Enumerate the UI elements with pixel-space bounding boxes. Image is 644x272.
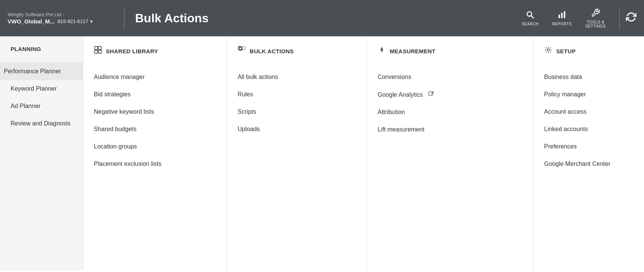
header-left-divider — [124, 7, 124, 29]
shared-library-header: SHARED LIBRARY — [94, 46, 227, 58]
header-icon-group: SEARCH REPORTS TOOLS &SETTINGS — [522, 8, 606, 28]
planning-column: PLANNING Performance Planner Keyword Pla… — [0, 37, 83, 270]
reports-button[interactable]: REPORTS — [552, 10, 572, 26]
svg-rect-2 — [558, 15, 560, 18]
menu-area: PLANNING Performance Planner Keyword Pla… — [0, 36, 644, 270]
sidebar-item-review-diagnosis[interactable]: Review and Diagnosis — [11, 115, 83, 132]
sidebar-item-performance-planner[interactable]: Performance Planner — [0, 63, 83, 80]
bulk-actions-title: BULK ACTIONS — [250, 48, 294, 54]
svg-rect-7 — [95, 50, 98, 53]
header-right-divider — [619, 7, 620, 29]
menu-item-uploads[interactable]: Uploads — [238, 121, 367, 138]
setup-icon — [544, 46, 552, 56]
svg-rect-6 — [98, 46, 101, 49]
menu-item-google-analytics[interactable]: Google Analytics — [378, 86, 533, 104]
company-label: Wingify Software Pvt Ltd — [8, 12, 61, 17]
menu-item-google-merchant[interactable]: Google Merchant Center — [544, 155, 644, 173]
breadcrumb-chevron: › — [63, 12, 64, 17]
company-name[interactable]: Wingify Software Pvt Ltd › — [8, 12, 114, 17]
setup-title: SETUP — [556, 48, 576, 54]
menu-item-linked-accounts[interactable]: Linked accounts — [544, 121, 644, 138]
menu-item-shared-budgets[interactable]: Shared budgets — [94, 121, 227, 138]
menu-item-all-bulk-actions[interactable]: All bulk actions — [238, 68, 367, 86]
page-title: Bulk Actions — [135, 11, 522, 25]
svg-rect-10 — [242, 46, 245, 49]
account-phone[interactable]: 815-921-6117 ▼ — [58, 19, 93, 24]
svg-rect-12 — [381, 49, 383, 51]
bulk-actions-icon — [238, 46, 246, 56]
search-button[interactable]: SEARCH — [522, 10, 539, 26]
menu-item-lift-measurement[interactable]: Lift measurement — [378, 121, 533, 138]
menu-item-preferences[interactable]: Preferences — [544, 138, 644, 155]
account-info: Wingify Software Pvt Ltd › VWO_Global_M.… — [8, 12, 114, 25]
svg-rect-13 — [429, 92, 432, 96]
sidebar-item-ad-planner[interactable]: Ad Planner — [11, 97, 83, 115]
svg-rect-8 — [98, 50, 101, 53]
menu-item-location-groups[interactable]: Location groups — [94, 138, 227, 155]
measurement-title: MEASUREMENT — [390, 48, 436, 54]
menu-item-policy-manager[interactable]: Policy manager — [544, 86, 644, 103]
top-header: Wingify Software Pvt Ltd › VWO_Global_M.… — [0, 0, 644, 36]
shared-library-column: SHARED LIBRARY Audience manager Bid stra… — [83, 37, 227, 270]
planning-header: PLANNING — [11, 46, 83, 52]
menu-item-rules[interactable]: Rules — [238, 86, 367, 103]
reports-icon — [557, 10, 566, 21]
shared-library-icon — [94, 46, 102, 56]
svg-point-14 — [547, 49, 549, 51]
reports-label: REPORTS — [552, 22, 572, 26]
menu-item-placement-exclusion-lists[interactable]: Placement exclusion lists — [94, 155, 227, 173]
tools-settings-button[interactable]: TOOLS &SETTINGS — [585, 8, 606, 28]
menu-item-business-data[interactable]: Business data — [544, 68, 644, 86]
tools-label: TOOLS &SETTINGS — [585, 20, 606, 28]
external-link-icon — [428, 91, 434, 98]
bulk-actions-header: BULK ACTIONS — [238, 46, 367, 58]
search-label: SEARCH — [522, 22, 539, 26]
search-icon — [526, 10, 535, 21]
menu-item-account-access[interactable]: Account access — [544, 103, 644, 121]
svg-rect-5 — [95, 46, 98, 49]
setup-header: SETUP — [544, 46, 644, 58]
refresh-button[interactable] — [626, 12, 636, 25]
measurement-icon — [378, 46, 386, 56]
menu-item-attribution[interactable]: Attribution — [378, 104, 533, 121]
menu-item-scripts[interactable]: Scripts — [238, 103, 367, 121]
menu-item-negative-keyword-lists[interactable]: Negative keyword lists — [94, 103, 227, 121]
measurement-header: MEASUREMENT — [378, 46, 533, 58]
measurement-column: MEASUREMENT Conversions Google Analytics… — [367, 37, 534, 270]
menu-item-conversions[interactable]: Conversions — [378, 68, 533, 86]
phone-dropdown-arrow[interactable]: ▼ — [89, 19, 93, 24]
account-row: VWO_Global_M... 815-921-6117 ▼ — [8, 18, 114, 25]
svg-line-1 — [531, 16, 534, 19]
svg-rect-3 — [561, 13, 563, 18]
menu-item-audience-manager[interactable]: Audience manager — [94, 68, 227, 86]
shared-library-title: SHARED LIBRARY — [106, 48, 158, 54]
account-name: VWO_Global_M... — [8, 18, 54, 25]
tools-icon — [591, 8, 600, 19]
menu-item-bid-strategies[interactable]: Bid strategies — [94, 86, 227, 103]
sidebar-item-keyword-planner[interactable]: Keyword Planner — [11, 80, 83, 97]
setup-column: SETUP Business data Policy manager Accou… — [534, 37, 644, 270]
bulk-actions-column: BULK ACTIONS All bulk actions Rules Scri… — [227, 37, 367, 270]
svg-rect-4 — [564, 11, 565, 18]
